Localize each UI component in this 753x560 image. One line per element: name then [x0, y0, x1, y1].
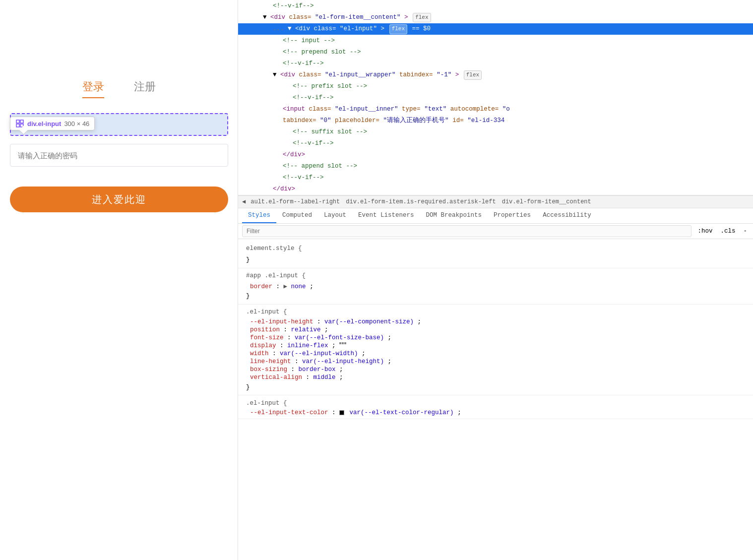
- filter-minus[interactable]: -: [741, 227, 749, 235]
- breadcrumb-item[interactable]: div.el-form-item.is-required.asterisk-le…: [343, 198, 499, 206]
- css-property: font-size : var(--el-font-size-base) ;: [242, 334, 749, 342]
- dom-line[interactable]: ▼ <div class= "el-input__wrapper" tabind…: [238, 69, 753, 81]
- css-section: element.style { } #app .el-input { borde…: [238, 239, 753, 560]
- dom-line: <!--v-if-->: [238, 172, 753, 184]
- tab-login[interactable]: 登录: [82, 79, 104, 98]
- svg-rect-3: [20, 124, 23, 127]
- element-tooltip: div.el-input 300 × 46: [10, 117, 95, 130]
- css-block-el-input-main: .el-input { --el-input-height : var(--el…: [238, 305, 753, 395]
- css-close: }: [242, 381, 749, 393]
- dom-line: <!-- prefix slot -->: [238, 81, 753, 92]
- devtools-tabs: Styles Computed Layout Event Listeners D…: [238, 208, 753, 224]
- tab-event-listeners[interactable]: Event Listeners: [352, 208, 420, 223]
- css-property: display : inline-flex ;: [242, 342, 749, 350]
- breadcrumb: ◀ ault.el-form--label-right div.el-form-…: [238, 195, 753, 208]
- tooltip-size: 300 × 46: [64, 120, 89, 127]
- dom-line: </div>: [238, 149, 753, 161]
- css-property: --el-input-height : var(--el-component-s…: [242, 318, 749, 326]
- breadcrumb-arrow: ◀: [242, 198, 246, 205]
- css-block-app-el-input: #app .el-input { border : ▶ none ; }: [238, 268, 753, 305]
- dom-line: </div>: [238, 184, 753, 195]
- dom-line[interactable]: ▼ <div class= "el-form-item__content" > …: [238, 11, 753, 23]
- color-swatch[interactable]: [339, 410, 344, 415]
- tab-dom-breakpoints[interactable]: DOM Breakpoints: [420, 208, 488, 223]
- css-selector: .el-input {: [242, 307, 749, 318]
- css-property: vertical-align : middle ;: [242, 373, 749, 381]
- dom-line: <!--v-if-->: [238, 138, 753, 149]
- css-property: line-height : var(--el-input-height) ;: [242, 358, 749, 366]
- css-property: position : relative ;: [242, 326, 749, 334]
- password-input[interactable]: [10, 144, 228, 167]
- left-panel: 登录 注册 div.el-input 300 × 46 进入爱此迎: [0, 0, 238, 560]
- dom-tree: <!--v-if--> ▼ <div class= "el-form-item_…: [238, 0, 753, 195]
- filter-bar: :hov .cls -: [238, 224, 753, 239]
- element-icon: [15, 119, 24, 128]
- filter-cls[interactable]: .cls: [718, 227, 737, 235]
- devtools-panel: <!--v-if--> ▼ <div class= "el-form-item_…: [238, 0, 753, 560]
- svg-rect-0: [16, 120, 19, 123]
- dom-line: <!--v-if-->: [238, 92, 753, 104]
- tab-layout[interactable]: Layout: [318, 208, 352, 223]
- css-block-el-input-color: .el-input { --el-input-text-color : var(…: [238, 395, 753, 419]
- css-close: }: [242, 254, 749, 266]
- breadcrumb-item[interactable]: div.el-form-item__content: [499, 198, 594, 206]
- dom-line-selected[interactable]: ... ▼ <div class= "el-input" > flex == $…: [238, 23, 753, 35]
- tooltip-class: div.el-input: [27, 120, 61, 127]
- svg-rect-1: [20, 120, 23, 123]
- css-property: box-sizing : border-box ;: [242, 366, 749, 373]
- login-button[interactable]: 进入爱此迎: [10, 187, 228, 212]
- dom-line: <!-- append slot -->: [238, 161, 753, 172]
- filter-input[interactable]: [242, 225, 691, 237]
- tab-accessibility[interactable]: Accessibility: [537, 208, 597, 223]
- css-selector: #app .el-input {: [242, 270, 749, 282]
- svg-rect-2: [16, 124, 19, 127]
- css-selector: element.style {: [242, 243, 749, 254]
- breadcrumb-item[interactable]: ault.el-form--label-right: [248, 198, 343, 206]
- flex-icon: [339, 342, 346, 349]
- css-property: border : ▶ none ;: [242, 282, 749, 291]
- css-property: width : var(--el-input-width) ;: [242, 350, 749, 358]
- tab-properties[interactable]: Properties: [488, 208, 537, 223]
- dom-line: tabindex= "0" placeholder= "请输入正确的手机号" i…: [238, 115, 753, 126]
- tab-computed[interactable]: Computed: [276, 208, 318, 223]
- tab-register[interactable]: 注册: [134, 79, 156, 98]
- dom-line: <!-- input -->: [238, 35, 753, 46]
- tab-styles[interactable]: Styles: [242, 208, 276, 223]
- dom-line: <!--v-if-->: [238, 0, 753, 11]
- dom-line: <!-- prepend slot -->: [238, 46, 753, 58]
- css-block-element-style: element.style { }: [238, 241, 753, 268]
- filter-hov[interactable]: :hov: [695, 227, 714, 235]
- dom-line: <input class= "el-input__inner" type= "t…: [238, 104, 753, 115]
- css-selector: .el-input {: [242, 397, 749, 409]
- css-close: }: [242, 291, 749, 302]
- dom-line: <!--v-if-->: [238, 58, 753, 69]
- dom-line: <!-- suffix slot -->: [238, 126, 753, 138]
- css-property: --el-input-text-color : var(--el-text-co…: [242, 409, 749, 417]
- auth-tabs: 登录 注册: [82, 79, 156, 98]
